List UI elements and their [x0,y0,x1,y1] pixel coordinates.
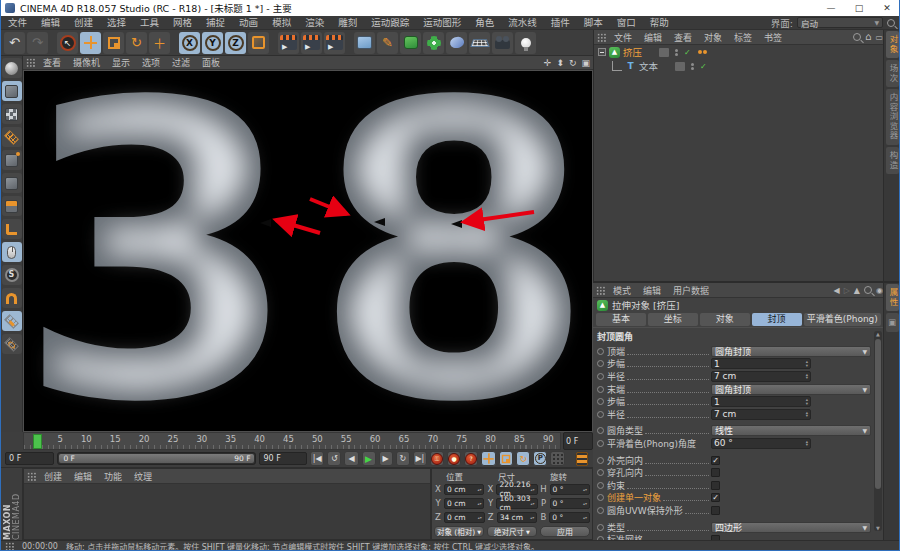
hole-inward-checkbox[interactable] [711,468,720,477]
next-key-button[interactable]: ↻ [396,451,410,466]
size-x-field[interactable]: 220.216 cm▴▾ [496,484,537,495]
add-spline-button[interactable]: ✎ [377,32,398,54]
undo-button[interactable]: ↶ [4,32,25,54]
object-name[interactable]: 文本 [639,59,658,73]
apply-button[interactable]: 应用 [540,526,590,537]
viewport-menu-item[interactable]: 过滤 [166,58,196,68]
scale-tool-button[interactable] [103,32,124,54]
tab-content-browser[interactable]: 内容浏览器 [886,89,899,145]
rot-h-field[interactable]: 0 °▴▾ [550,484,590,495]
panel-grip-icon[interactable] [27,472,36,481]
path-icon[interactable]: ▭ [875,33,883,42]
keyframe-dot-icon[interactable] [597,373,604,380]
preview-range-slider[interactable]: 0 F90 F [57,452,256,465]
home-icon[interactable]: ⌂ [865,33,871,41]
radius-field[interactable]: 7 cm▴▾ [711,371,811,382]
size-y-field[interactable]: 160.303 cm▴▾ [496,498,537,509]
menu-item[interactable]: 脚本 [577,17,610,28]
lock-icon[interactable]: ◉ [876,286,883,295]
top-cap-dropdown[interactable]: 圆角封顶▼ [711,346,871,357]
section-header[interactable]: 封顶圆角 [593,327,900,344]
layout-select[interactable]: 启动▼ [797,17,883,28]
toggle-pla-button[interactable] [550,451,564,466]
expand-icon[interactable] [598,48,606,56]
planar-workplane-button[interactable] [2,334,22,354]
last-tool-button[interactable]: ＋ [149,32,170,54]
coordinate-system-button[interactable] [248,32,269,54]
attribute-menu-item[interactable]: 模式 [607,286,637,296]
range-end-field[interactable]: 90 F [259,452,307,465]
edit-render-settings-button[interactable] [324,32,345,54]
timeline-ruler[interactable]: 051015202530354045505560657075808590 [23,432,561,450]
render-picture-viewer-button[interactable] [301,32,322,54]
lock-z-button[interactable]: Z [225,32,246,54]
object-manager-menu-item[interactable]: 编辑 [638,33,668,43]
maximize-button[interactable]: □ [845,0,873,16]
lock-y-button[interactable]: Y [202,32,223,54]
keyframe-dot-icon[interactable] [597,494,604,501]
keyframe-dot-icon[interactable] [597,411,604,418]
texture-mode-button[interactable] [2,104,22,124]
tag-dots-icon[interactable] [698,50,707,54]
object-manager-menu-item[interactable]: 文件 [608,33,638,43]
object-manager-menu-item[interactable]: 标签 [728,33,758,43]
menu-item[interactable]: 窗口 [610,17,643,28]
keyframe-dot-icon[interactable] [597,469,604,476]
motion-system-button[interactable] [575,451,589,466]
steps-field[interactable]: 1▴▾ [711,358,811,369]
layer-box-icon[interactable] [675,62,685,71]
add-light-button[interactable] [515,32,536,54]
record-keyframe-button[interactable]: ⚿ [430,451,444,466]
tab-takes[interactable]: 场次 [886,60,899,87]
keyframe-dot-icon[interactable] [597,482,604,489]
previous-frame-button[interactable]: ◀ [344,451,358,466]
pos-z-field[interactable]: 0 cm▴▾ [444,512,485,523]
toggle-rotation-button[interactable]: ↻ [516,451,530,466]
viewport-menu-item[interactable]: 显示 [106,58,136,68]
object-manager-menu-item[interactable]: 对象 [698,33,728,43]
menu-item[interactable]: 模拟 [265,17,298,28]
size-z-field[interactable]: 34 cm▴▾ [497,512,538,523]
object-manager-menu-item[interactable]: 查看 [668,33,698,43]
tab-caps[interactable]: 封顶 [752,313,802,326]
tab-coord[interactable]: 坐标 [648,313,698,326]
render-view-button[interactable] [278,32,299,54]
fillet-type-dropdown[interactable]: 线性▼ [711,425,871,436]
menu-item[interactable]: 创建 [67,17,100,28]
visibility-dots-icon[interactable] [691,63,694,70]
toggle-scale-button[interactable] [499,451,513,466]
points-mode-button[interactable] [2,150,22,170]
keyframe-dot-icon[interactable] [597,386,604,393]
hull-inward-checkbox[interactable]: ✓ [711,456,720,465]
single-object-checkbox[interactable]: ✓ [711,493,720,502]
search-icon[interactable] [853,33,861,41]
play-button[interactable]: ▶ [362,451,376,466]
panel-grip-icon[interactable] [596,286,605,295]
layer-box-icon[interactable] [659,48,669,57]
attribute-menu-item[interactable]: 用户数据 [667,286,715,296]
menu-item[interactable]: 帮助 [643,17,676,28]
lock-workplane-button[interactable] [2,311,22,331]
model-mode-button[interactable] [2,81,22,101]
range-start-field[interactable]: 0 F [5,452,54,465]
menu-item[interactable]: 文件 [1,17,34,28]
edges-mode-button[interactable] [2,173,22,193]
size-mode-dropdown[interactable]: 绝对尺寸▼ [487,526,537,537]
menu-item[interactable]: 雕刻 [331,17,364,28]
type-dropdown[interactable]: 四边形▼ [711,522,871,533]
object-row-extrude[interactable]: ▲ 挤压 ✓ [594,45,900,59]
toggle-parameter-button[interactable]: P [533,451,547,466]
tab-attributes[interactable]: 属性 [886,284,899,311]
menu-item[interactable]: 插件 [544,17,577,28]
phong-angle-field[interactable]: 60 °▴▾ [711,438,811,449]
menu-item[interactable]: 角色 [468,17,501,28]
keyframe-dot-icon[interactable] [597,398,604,405]
menu-item[interactable]: 流水线 [501,17,544,28]
redo-button[interactable]: ↷ [27,32,48,54]
viewport-menu-item[interactable]: 摄像机 [67,58,106,68]
menu-item[interactable]: 运动图形 [416,17,468,28]
keyframe-dot-icon[interactable] [597,427,604,434]
add-camera-button[interactable] [492,32,513,54]
menu-item[interactable]: 渲染 [298,17,331,28]
steps2-field[interactable]: 1▴▾ [711,396,811,407]
